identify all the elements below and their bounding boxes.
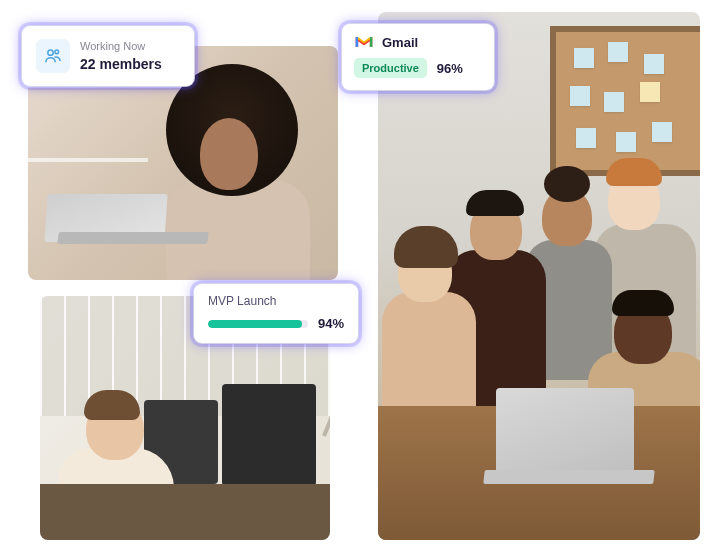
photo-team-laptop <box>378 12 700 540</box>
gmail-app-name: Gmail <box>382 35 418 50</box>
svg-point-0 <box>48 50 53 55</box>
mvp-progress-fill <box>208 320 302 328</box>
mvp-percent: 94% <box>318 316 344 331</box>
gmail-card: Gmail Productive 96% <box>342 24 494 90</box>
working-now-card: Working Now 22 members <box>22 26 194 86</box>
mvp-progress-track <box>208 320 308 328</box>
gmail-icon <box>354 34 374 50</box>
working-now-label: Working Now <box>80 40 162 53</box>
mvp-launch-card: MVP Launch 94% <box>194 284 358 343</box>
working-now-value: 22 members <box>80 56 162 72</box>
gmail-percent: 96% <box>437 61 463 76</box>
svg-point-1 <box>55 50 59 54</box>
productive-badge: Productive <box>354 58 427 78</box>
mvp-title: MVP Launch <box>208 294 344 308</box>
people-icon <box>36 39 70 73</box>
